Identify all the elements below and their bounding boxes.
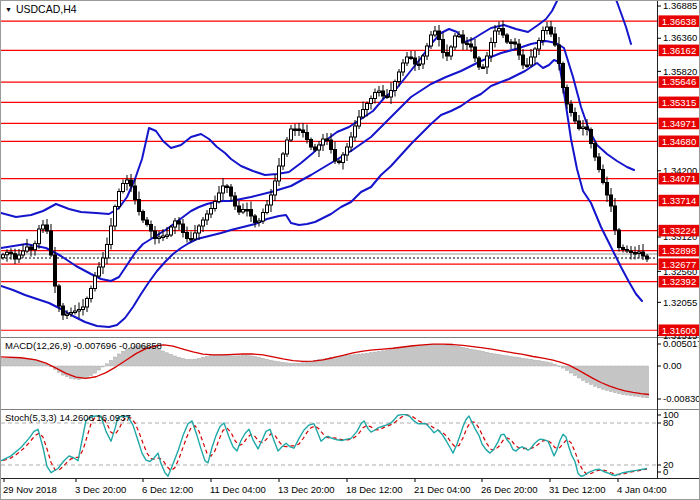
macd-histogram-bar <box>406 347 409 366</box>
time-tick-label: 13 Dec 20:00 <box>278 484 335 495</box>
price-tick-label: 1.36360 <box>663 32 697 43</box>
stoch-d-line <box>3 415 647 475</box>
level-price-label: 1.34971 <box>662 118 696 129</box>
candle-bear <box>566 88 569 105</box>
candle-bull <box>422 56 425 64</box>
candle-bull <box>86 299 89 308</box>
macd-histogram-bar <box>174 356 177 366</box>
candle-bull <box>542 31 545 41</box>
candle-bear <box>574 113 577 122</box>
macd-histogram-bar <box>294 363 297 366</box>
candle-bull <box>406 57 409 63</box>
candle-bear <box>298 129 301 131</box>
candle-bull <box>222 186 225 193</box>
macd-histogram-bar <box>482 352 485 366</box>
macd-histogram-bar <box>278 362 281 366</box>
level-price-label: 1.34071 <box>662 173 696 184</box>
macd-histogram-bar <box>250 356 253 366</box>
candle-bear <box>618 230 621 248</box>
candle-bull <box>370 99 373 104</box>
candle-bull <box>534 49 537 57</box>
candle-bear <box>586 127 589 130</box>
candle-bull <box>242 210 245 213</box>
candle-bull <box>282 154 285 166</box>
candle-bull <box>266 205 269 213</box>
macd-histogram-bar <box>598 366 601 388</box>
candle-bear <box>438 31 441 40</box>
price-tick-label: 1.32055 <box>663 297 697 308</box>
candle-bear <box>154 231 157 239</box>
candle-bull <box>398 72 401 82</box>
macd-histogram-bar <box>526 359 529 366</box>
macd-histogram-bar <box>182 359 185 366</box>
macd-histogram-bar <box>638 366 641 397</box>
time-tick-label: 3 Dec 20:00 <box>75 484 126 495</box>
candle-bull <box>74 311 77 313</box>
macd-histogram-bar <box>274 361 277 366</box>
candle-bull <box>26 247 29 251</box>
candle-bull <box>278 166 281 181</box>
candle-bull <box>430 35 433 46</box>
chart-canvas[interactable]: 1.368851.363601.358201.342001.331201.325… <box>1 1 700 500</box>
macd-histogram-bar <box>302 363 305 366</box>
candle-bull <box>490 43 493 57</box>
candle-bull <box>102 258 105 267</box>
macd-histogram-bar <box>490 353 493 366</box>
candle-bull <box>258 221 261 223</box>
dropdown-arrow-icon[interactable]: ▼ <box>5 6 12 13</box>
macd-histogram-bar <box>22 359 25 366</box>
candle-bull <box>214 202 217 209</box>
candle-bear <box>250 210 253 217</box>
candle-bear <box>562 64 565 88</box>
macd-histogram-bar <box>422 345 425 366</box>
macd-histogram-bar <box>186 359 189 366</box>
macd-histogram-bar <box>438 345 441 366</box>
candle-bear <box>50 231 53 255</box>
macd-histogram-bar <box>362 354 365 366</box>
candle-bear <box>310 140 313 148</box>
candle-bear <box>246 210 249 212</box>
candle-bull <box>394 82 397 91</box>
candle-bear <box>478 58 481 67</box>
candle-bull <box>358 117 361 126</box>
candle-bear <box>462 35 465 43</box>
time-tick-label: 31 Dec 12:00 <box>549 484 606 495</box>
candle-bull <box>290 129 293 140</box>
macd-histogram-bar <box>350 355 353 366</box>
stoch-indicator-label: Stoch(5,3,3) 14.2606 16.0937 <box>5 412 131 423</box>
candle-bear <box>182 224 185 233</box>
macd-histogram-bar <box>86 366 89 378</box>
candle-bull <box>538 41 541 50</box>
macd-histogram-bar <box>258 357 261 366</box>
stoch-axis-label: 80 <box>663 417 674 428</box>
candle-bear <box>598 157 601 170</box>
macd-histogram-bar <box>578 366 581 378</box>
candle-bear <box>554 34 557 45</box>
candle-bull <box>90 289 93 299</box>
candle-bull <box>318 145 321 150</box>
macd-histogram-bar <box>394 349 397 366</box>
symbol-timeframe-dropdown[interactable]: ▼USDCAD,H4 <box>5 3 77 15</box>
time-tick-label: 21 Dec 04:00 <box>414 484 471 495</box>
candle-bear <box>230 187 233 196</box>
macd-histogram-bar <box>2 359 5 366</box>
level-price-label: 1.36638 <box>662 16 696 27</box>
macd-histogram-bar <box>566 366 569 371</box>
macd-histogram-bar <box>538 361 541 366</box>
symbol-timeframe-label: USDCAD,H4 <box>16 3 77 15</box>
bollinger-lower-band <box>1 60 642 327</box>
macd-histogram-bar <box>290 363 293 366</box>
macd-histogram-bar <box>410 346 413 366</box>
macd-histogram-bar <box>646 366 649 398</box>
macd-histogram-bar <box>378 351 381 366</box>
time-tick-label: 4 Jan 04:00 <box>617 484 667 495</box>
macd-histogram-bar <box>222 355 225 366</box>
candle-bull <box>22 251 25 255</box>
candle-bear <box>62 306 65 315</box>
stoch-axis-label: 0 <box>663 466 668 477</box>
macd-histogram-bar <box>386 350 389 366</box>
macd-histogram-bar <box>166 353 169 366</box>
candle-bear <box>382 91 385 96</box>
macd-histogram-bar <box>122 351 125 366</box>
candle-bear <box>442 40 445 53</box>
